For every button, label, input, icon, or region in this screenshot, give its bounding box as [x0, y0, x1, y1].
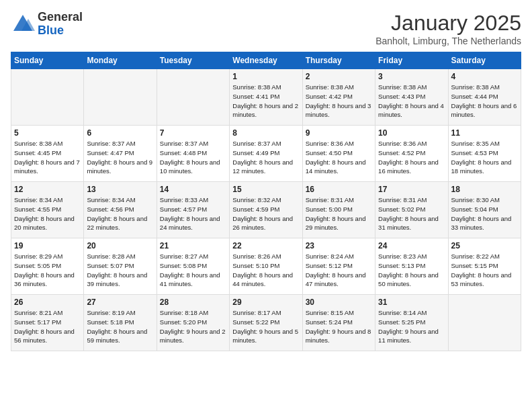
header-sunday: Sunday: [11, 52, 84, 69]
day-number: 6: [87, 128, 153, 138]
day-info-line: Sunset: 4:55 PM: [14, 205, 61, 213]
day-cell: 25Sunrise: 8:22 AMSunset: 5:15 PMDayligh…: [448, 238, 521, 295]
day-info: Sunrise: 8:24 AMSunset: 5:12 PMDaylight:…: [306, 252, 372, 289]
day-number: 12: [14, 185, 81, 194]
day-info-line: Daylight: 8 hours and 26 minutes.: [232, 215, 293, 232]
day-info-line: Sunrise: 8:38 AM: [232, 83, 281, 91]
logo-blue: Blue: [38, 24, 83, 38]
week-row-2: 12Sunrise: 8:34 AMSunset: 4:55 PMDayligh…: [11, 182, 521, 238]
day-info-line: Sunrise: 8:26 AM: [232, 253, 281, 260]
day-cell: 10Sunrise: 8:36 AMSunset: 4:52 PMDayligh…: [375, 126, 448, 182]
day-number: 15: [232, 185, 299, 194]
day-info-line: Daylight: 8 hours and 20 minutes.: [14, 215, 75, 232]
day-info-line: Sunset: 4:52 PM: [378, 149, 425, 156]
day-info-line: Sunrise: 8:32 AM: [232, 196, 281, 203]
day-info-line: Sunrise: 8:19 AM: [87, 309, 135, 316]
day-info-line: Daylight: 8 hours and 59 minutes.: [87, 328, 147, 345]
day-info: Sunrise: 8:34 AMSunset: 4:55 PMDaylight:…: [14, 195, 81, 232]
day-info-line: Sunrise: 8:37 AM: [87, 140, 135, 147]
day-info-line: Sunrise: 8:33 AM: [160, 196, 208, 203]
page: General Blue January 2025 Banholt, Limbu…: [0, 0, 532, 411]
day-cell: 6Sunrise: 8:37 AMSunset: 4:47 PMDaylight…: [84, 126, 157, 182]
day-number: 3: [378, 72, 445, 81]
day-cell: 1Sunrise: 8:38 AMSunset: 4:41 PMDaylight…: [230, 69, 302, 126]
day-cell: 27Sunrise: 8:19 AMSunset: 5:18 PMDayligh…: [84, 295, 157, 351]
day-info-line: Sunrise: 8:28 AM: [87, 253, 135, 260]
day-number: 11: [451, 128, 518, 138]
day-cell: [11, 69, 84, 126]
logo: General Blue: [11, 11, 83, 38]
day-cell: 29Sunrise: 8:17 AMSunset: 5:22 PMDayligh…: [230, 295, 302, 351]
day-info: Sunrise: 8:15 AMSunset: 5:24 PMDaylight:…: [306, 308, 372, 345]
day-info: Sunrise: 8:14 AMSunset: 5:25 PMDaylight:…: [378, 308, 445, 345]
day-number: 14: [160, 185, 226, 194]
day-info-line: Sunset: 4:44 PM: [451, 93, 498, 100]
day-info-line: Daylight: 8 hours and 3 minutes.: [306, 102, 371, 119]
week-row-4: 26Sunrise: 8:21 AMSunset: 5:17 PMDayligh…: [11, 295, 521, 351]
day-info: Sunrise: 8:36 AMSunset: 4:52 PMDaylight:…: [378, 139, 445, 176]
day-info-line: Sunset: 4:57 PM: [160, 205, 207, 213]
day-info-line: Sunrise: 8:38 AM: [378, 83, 427, 91]
day-info-line: Sunrise: 8:18 AM: [160, 309, 208, 316]
day-cell: [84, 69, 157, 126]
day-info-line: Sunrise: 8:38 AM: [451, 83, 500, 91]
day-info-line: Daylight: 8 hours and 14 minutes.: [306, 158, 366, 175]
day-cell: 21Sunrise: 8:27 AMSunset: 5:08 PMDayligh…: [157, 238, 229, 295]
header-thursday: Thursday: [302, 52, 375, 69]
day-info: Sunrise: 8:23 AMSunset: 5:13 PMDaylight:…: [378, 252, 445, 289]
day-info-line: Daylight: 8 hours and 4 minutes.: [378, 102, 444, 119]
day-info-line: Sunset: 5:20 PM: [160, 318, 207, 326]
day-info-line: Sunrise: 8:27 AM: [160, 253, 208, 260]
day-info-line: Sunset: 4:50 PM: [306, 149, 353, 156]
day-info: Sunrise: 8:32 AMSunset: 4:59 PMDaylight:…: [232, 195, 299, 232]
calendar-header: Sunday Monday Tuesday Wednesday Thursday…: [11, 52, 521, 69]
day-cell: 20Sunrise: 8:28 AMSunset: 5:07 PMDayligh…: [84, 238, 157, 295]
day-info-line: Sunset: 5:15 PM: [451, 262, 498, 269]
day-number: 26: [14, 298, 81, 307]
day-info-line: Sunset: 4:49 PM: [232, 149, 279, 156]
day-info: Sunrise: 8:29 AMSunset: 5:05 PMDaylight:…: [14, 252, 81, 289]
calendar-body: 1Sunrise: 8:38 AMSunset: 4:41 PMDaylight…: [11, 69, 521, 351]
day-info-line: Sunset: 5:12 PM: [306, 262, 353, 269]
day-number: 30: [306, 298, 372, 307]
day-info-line: Sunset: 5:08 PM: [160, 262, 207, 269]
day-info: Sunrise: 8:22 AMSunset: 5:15 PMDaylight:…: [451, 252, 518, 289]
day-info-line: Sunrise: 8:31 AM: [378, 196, 427, 203]
day-cell: 17Sunrise: 8:31 AMSunset: 5:02 PMDayligh…: [375, 182, 448, 238]
header-tuesday: Tuesday: [157, 52, 229, 69]
day-info-line: Daylight: 8 hours and 9 minutes.: [87, 158, 152, 175]
day-info-line: Sunrise: 8:38 AM: [306, 83, 354, 91]
week-row-1: 5Sunrise: 8:38 AMSunset: 4:45 PMDaylight…: [11, 126, 521, 182]
day-info-line: Sunrise: 8:22 AM: [451, 253, 500, 260]
day-info-line: Daylight: 8 hours and 16 minutes.: [378, 158, 439, 175]
day-cell: 18Sunrise: 8:30 AMSunset: 5:04 PMDayligh…: [448, 182, 521, 238]
day-number: 29: [232, 298, 299, 307]
day-cell: 19Sunrise: 8:29 AMSunset: 5:05 PMDayligh…: [11, 238, 84, 295]
calendar-table: Sunday Monday Tuesday Wednesday Thursday…: [11, 52, 521, 351]
day-info-line: Sunset: 4:47 PM: [87, 149, 134, 156]
day-info: Sunrise: 8:21 AMSunset: 5:17 PMDaylight:…: [14, 308, 81, 345]
day-info-line: Sunrise: 8:30 AM: [451, 196, 500, 203]
day-info-line: Daylight: 9 hours and 2 minutes.: [160, 328, 226, 345]
day-number: 13: [87, 185, 153, 194]
day-number: 31: [378, 298, 445, 307]
day-info-line: Sunset: 4:53 PM: [451, 149, 498, 156]
header-friday: Friday: [375, 52, 448, 69]
day-info-line: Sunrise: 8:36 AM: [306, 140, 354, 147]
day-cell: 30Sunrise: 8:15 AMSunset: 5:24 PMDayligh…: [302, 295, 375, 351]
day-info-line: Daylight: 8 hours and 29 minutes.: [306, 215, 366, 232]
day-info: Sunrise: 8:37 AMSunset: 4:48 PMDaylight:…: [160, 139, 226, 176]
day-info-line: Sunset: 4:48 PM: [160, 149, 207, 156]
header-monday: Monday: [84, 52, 157, 69]
day-info: Sunrise: 8:34 AMSunset: 4:56 PMDaylight:…: [87, 195, 153, 232]
day-number: 16: [306, 185, 372, 194]
day-info: Sunrise: 8:38 AMSunset: 4:44 PMDaylight:…: [451, 83, 518, 120]
day-number: 19: [14, 241, 81, 250]
day-number: 7: [160, 128, 226, 138]
day-info-line: Daylight: 8 hours and 7 minutes.: [14, 158, 80, 175]
day-cell: 4Sunrise: 8:38 AMSunset: 4:44 PMDaylight…: [448, 69, 521, 126]
day-info-line: Daylight: 8 hours and 56 minutes.: [14, 328, 75, 345]
logo-general: General: [38, 11, 83, 24]
day-info: Sunrise: 8:33 AMSunset: 4:57 PMDaylight:…: [160, 195, 226, 232]
day-number: 20: [87, 241, 153, 250]
